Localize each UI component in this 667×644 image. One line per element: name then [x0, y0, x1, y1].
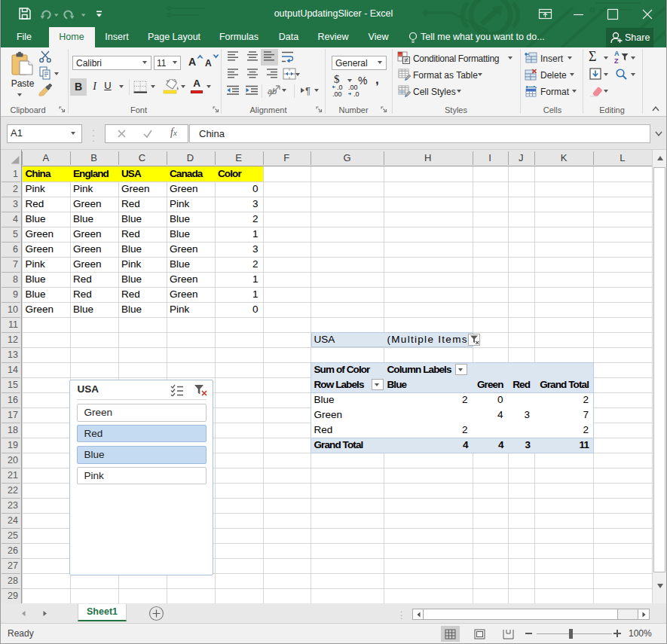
svg-text:A: A	[614, 50, 620, 57]
svg-text:Z: Z	[614, 57, 619, 64]
svg-text:.00: .00	[332, 90, 342, 97]
svg-text:¶: ¶	[305, 85, 311, 96]
svg-text:.0: .0	[353, 90, 360, 97]
svg-text:ab: ab	[268, 87, 277, 96]
